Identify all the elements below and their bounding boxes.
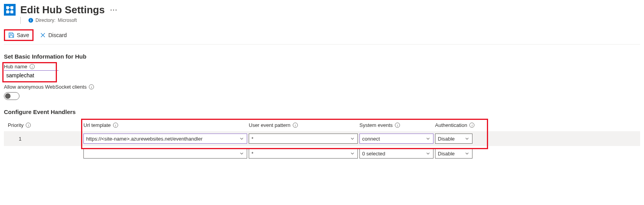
more-actions-button[interactable]: ··· <box>110 7 118 14</box>
url-template-value: https://<site-name>.azurewebsites.net/ev… <box>86 136 202 142</box>
user-event-select[interactable]: * <box>249 134 358 144</box>
basic-section-title: Set Basic Information for Hub <box>4 53 640 60</box>
user-event-value: * <box>251 151 253 157</box>
info-icon[interactable]: i <box>89 84 94 89</box>
col-priority: Priority <box>8 122 23 128</box>
save-icon <box>8 32 14 38</box>
allow-anon-label: Allow anonymous WebSocket clients <box>4 84 87 90</box>
system-events-select[interactable]: connect <box>359 134 433 144</box>
hubname-input[interactable] <box>4 71 58 80</box>
toggle-knob <box>5 93 11 99</box>
handler-row: * 0 selected Disable <box>4 146 640 161</box>
close-icon <box>40 32 46 38</box>
col-system-events: System events <box>359 122 393 128</box>
col-authentication: Authentication <box>435 122 467 128</box>
url-template-select[interactable] <box>83 148 247 159</box>
system-events-select[interactable]: 0 selected <box>359 148 433 159</box>
chevron-down-icon <box>464 151 470 156</box>
auth-value: Disable <box>438 136 455 142</box>
svg-rect-0 <box>6 6 9 9</box>
handlers-section-title: Configure Event Handlers <box>4 109 640 115</box>
info-icon[interactable]: i <box>395 123 400 128</box>
chevron-down-icon <box>239 151 244 156</box>
url-template-select[interactable]: https://<site-name>.azurewebsites.net/ev… <box>83 134 247 144</box>
allow-anon-toggle[interactable] <box>4 92 19 100</box>
priority-value: 1 <box>8 136 82 142</box>
discard-button[interactable]: Discard <box>37 30 70 40</box>
auth-value: Disable <box>438 151 455 157</box>
save-label: Save <box>17 32 29 38</box>
system-events-value: connect <box>362 136 380 142</box>
info-icon[interactable]: i <box>469 123 474 128</box>
auth-select[interactable]: Disable <box>435 134 472 144</box>
chevron-down-icon <box>425 151 431 156</box>
user-event-value: * <box>251 136 253 142</box>
info-icon[interactable]: i <box>113 123 118 128</box>
info-icon[interactable]: i <box>30 64 35 69</box>
hubname-label: Hub name <box>4 64 27 70</box>
system-events-value: 0 selected <box>362 151 385 157</box>
chevron-down-icon <box>425 136 431 141</box>
svg-rect-3 <box>11 11 13 13</box>
chevron-down-icon <box>350 136 355 141</box>
chevron-down-icon <box>350 151 355 156</box>
col-url-template: Url template <box>83 122 111 128</box>
chevron-down-icon <box>464 136 470 141</box>
directory-breadcrumb: i Directory: Microsoft <box>20 17 118 24</box>
toolbar: Save Discard <box>4 29 640 45</box>
svg-rect-1 <box>11 6 13 9</box>
save-button[interactable]: Save <box>4 29 34 41</box>
directory-label: Directory: <box>35 18 55 23</box>
user-event-select[interactable]: * <box>249 148 358 159</box>
discard-label: Discard <box>48 32 67 38</box>
col-user-event-pattern: User event pattern <box>249 122 290 128</box>
directory-value: Microsoft <box>58 18 77 23</box>
info-icon: i <box>28 18 33 23</box>
svg-rect-2 <box>6 11 9 13</box>
auth-select[interactable]: Disable <box>435 148 472 159</box>
chevron-down-icon <box>239 136 244 141</box>
page-title: Edit Hub Settings <box>20 4 105 16</box>
info-icon[interactable]: i <box>26 123 31 128</box>
handler-row: 1 https://<site-name>.azurewebsites.net/… <box>4 131 640 146</box>
info-icon[interactable]: i <box>293 123 298 128</box>
hub-icon <box>4 4 16 16</box>
